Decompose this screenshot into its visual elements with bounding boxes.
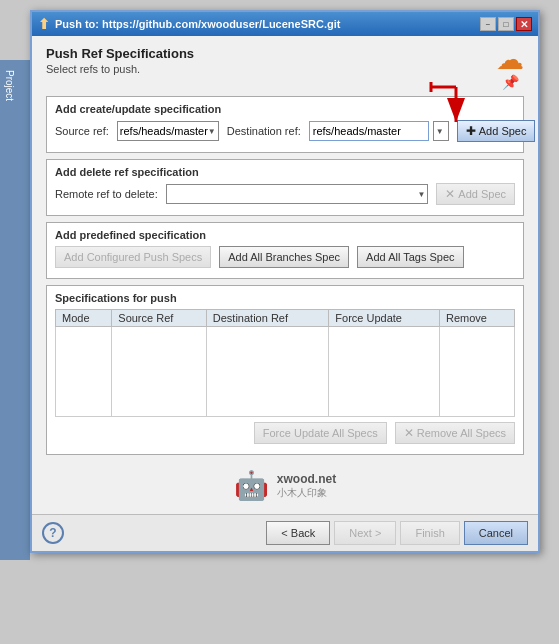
source-ref-input-wrap: refs/heads/master ▼ [117, 121, 219, 141]
predefined-btns-row: Add Configured Push Specs Add All Branch… [55, 246, 515, 268]
dialog-window: ⬆ Push to: https://github.com/xwooduser/… [30, 10, 540, 553]
delete-ref-title: Add delete ref specification [55, 166, 515, 178]
add-all-branches-spec-label: Add All Branches Spec [228, 251, 340, 263]
spec-table: Mode Source Ref Destination Ref Force Up… [55, 309, 515, 417]
add-spec-button[interactable]: ✚ Add Spec [457, 120, 536, 142]
delete-add-spec-label: Add Spec [458, 188, 506, 200]
empty-remove-cell [440, 327, 515, 417]
cancel-button[interactable]: Cancel [464, 521, 528, 545]
source-ref-arrow-icon: ▼ [208, 127, 216, 136]
push-specs-section: Specifications for push Mode Source Ref … [46, 285, 524, 455]
predefined-title: Add predefined specification [55, 229, 515, 241]
source-ref-dropdown[interactable]: refs/heads/master ▼ [117, 121, 219, 141]
push-icon: ⬆ [38, 16, 50, 32]
sidebar-panel: Project [0, 60, 30, 560]
source-ref-label: Source ref: [55, 125, 109, 137]
col-remove: Remove [440, 310, 515, 327]
col-source-ref: Source Ref [112, 310, 207, 327]
app-window: Project ⬆ Push to: https://github.com/xw… [0, 0, 559, 644]
dialog-title-left: ⬆ Push to: https://github.com/xwooduser/… [38, 16, 340, 32]
remote-ref-row: Remote ref to delete: ▼ ✕ Add Spec [55, 183, 515, 205]
spec-table-body [56, 327, 515, 417]
dialog-title-text: Push to: https://github.com/xwooduser/Lu… [55, 18, 340, 30]
add-spec-label: Add Spec [479, 125, 527, 137]
watermark-robot-icon: 🤖 [234, 469, 269, 502]
empty-force-cell [329, 327, 440, 417]
delete-add-spec-button[interactable]: ✕ Add Spec [436, 183, 515, 205]
source-ref-value: refs/heads/master [120, 125, 208, 137]
create-update-title: Add create/update specification [55, 103, 515, 115]
finish-button[interactable]: Finish [400, 521, 459, 545]
add-all-tags-spec-label: Add All Tags Spec [366, 251, 454, 263]
dialog-footer: ? < Back Next > Finish Cancel [32, 514, 538, 551]
col-mode: Mode [56, 310, 112, 327]
remove-all-specs-label: Remove All Specs [417, 427, 506, 439]
dialog-main-title: Push Ref Specifications [46, 46, 194, 61]
pin-icon: 📌 [502, 74, 519, 90]
spec-action-btns-row: Force Update All Specs ✕ Remove All Spec… [55, 422, 515, 444]
force-update-all-specs-label: Force Update All Specs [263, 427, 378, 439]
dest-ref-dropdown-arrow[interactable]: ▼ [433, 121, 449, 141]
empty-dest-cell [206, 327, 329, 417]
empty-mode-cell [56, 327, 112, 417]
sidebar-label: Project [0, 60, 19, 111]
close-button[interactable]: ✕ [516, 17, 532, 31]
dialog-header: Push Ref Specifications Select refs to p… [46, 46, 524, 90]
dialog-content: Push Ref Specifications Select refs to p… [32, 36, 538, 514]
watermark-subtitle: 小木人印象 [277, 486, 336, 500]
remove-all-specs-icon: ✕ [404, 426, 414, 440]
watermark-area: 🤖 xwood.net 小木人印象 [46, 461, 524, 506]
remote-ref-dropdown[interactable]: ▼ [166, 184, 429, 204]
add-configured-push-specs-label: Add Configured Push Specs [64, 251, 202, 263]
create-update-section: Add create/update specification Source r… [46, 96, 524, 153]
force-update-all-specs-button[interactable]: Force Update All Specs [254, 422, 387, 444]
cloud-upload-icon: ☁ [496, 46, 524, 74]
minimize-button[interactable]: − [480, 17, 496, 31]
add-all-branches-spec-button[interactable]: Add All Branches Spec [219, 246, 349, 268]
dialog-subtitle: Select refs to push. [46, 63, 194, 75]
dest-ref-input[interactable] [309, 121, 429, 141]
watermark-site: xwood.net [277, 472, 336, 486]
push-specs-title: Specifications for push [55, 292, 515, 304]
header-icon-area: ☁ 📌 [496, 46, 524, 90]
delete-add-spec-icon: ✕ [445, 187, 455, 201]
source-ref-row: Source ref: refs/heads/master ▼ Destinat… [55, 120, 515, 142]
watermark-text-area: xwood.net 小木人印象 [277, 472, 336, 500]
back-button[interactable]: < Back [266, 521, 330, 545]
dest-ref-input-wrap: ▼ [309, 121, 449, 141]
delete-ref-section: Add delete ref specification Remote ref … [46, 159, 524, 216]
remote-ref-arrow-icon: ▼ [417, 190, 425, 199]
dest-ref-arrow-icon: ▼ [436, 127, 444, 136]
add-spec-plus-icon: ✚ [466, 124, 476, 138]
add-all-tags-spec-button[interactable]: Add All Tags Spec [357, 246, 463, 268]
col-dest-ref: Destination Ref [206, 310, 329, 327]
dest-ref-label: Destination ref: [227, 125, 301, 137]
empty-source-cell [112, 327, 207, 417]
footer-buttons: < Back Next > Finish Cancel [266, 521, 528, 545]
spec-table-header-row: Mode Source Ref Destination Ref Force Up… [56, 310, 515, 327]
spec-table-head: Mode Source Ref Destination Ref Force Up… [56, 310, 515, 327]
dialog-title-bar: ⬆ Push to: https://github.com/xwooduser/… [32, 12, 538, 36]
col-force-update: Force Update [329, 310, 440, 327]
dialog-title-controls: − □ ✕ [480, 17, 532, 31]
remove-all-specs-button[interactable]: ✕ Remove All Specs [395, 422, 515, 444]
predefined-section: Add predefined specification Add Configu… [46, 222, 524, 279]
dialog-header-text: Push Ref Specifications Select refs to p… [46, 46, 194, 75]
help-button[interactable]: ? [42, 522, 64, 544]
remote-ref-label: Remote ref to delete: [55, 188, 158, 200]
add-configured-push-specs-button[interactable]: Add Configured Push Specs [55, 246, 211, 268]
next-button[interactable]: Next > [334, 521, 396, 545]
maximize-button[interactable]: □ [498, 17, 514, 31]
spec-table-empty-row [56, 327, 515, 417]
